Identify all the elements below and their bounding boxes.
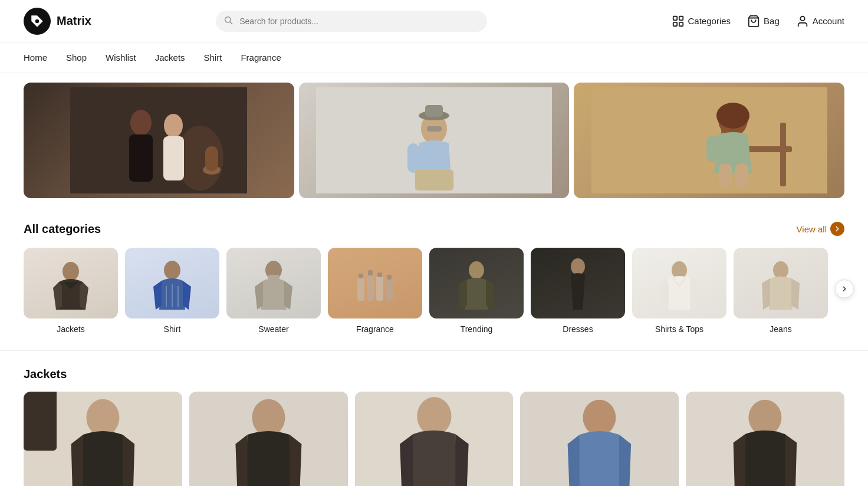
dresses-icon (548, 254, 607, 313)
jacket-card-2[interactable] (189, 392, 348, 486)
nav-fragrance[interactable]: Fragrance (241, 52, 281, 63)
svg-rect-14 (163, 136, 184, 180)
hero-banner-3[interactable] (574, 83, 844, 198)
chevron-right-icon (840, 285, 849, 293)
category-sweater[interactable]: Sweater (226, 248, 321, 334)
categories-title: All categories (24, 222, 101, 236)
hero-banners (0, 73, 868, 208)
svg-rect-29 (780, 123, 786, 147)
svg-point-36 (164, 261, 180, 280)
svg-line-2 (230, 22, 232, 24)
svg-point-58 (252, 399, 285, 436)
svg-point-62 (583, 400, 616, 435)
svg-rect-6 (679, 22, 682, 25)
svg-rect-32 (706, 136, 719, 162)
svg-point-55 (86, 399, 119, 436)
jacket-card-image-5 (686, 392, 844, 486)
jacket-card-4[interactable] (520, 392, 679, 486)
account-button[interactable]: Account (796, 15, 844, 28)
jeans-icon (751, 254, 810, 313)
jacket-card-1[interactable] (24, 392, 182, 486)
category-label-shirts-tops: Shirts & Tops (655, 324, 703, 334)
svg-rect-33 (719, 164, 732, 188)
header: Matrix Categories Bag (0, 0, 868, 42)
category-label-trending: Trending (461, 324, 493, 334)
sweater-figure-icon (244, 254, 303, 313)
hero-image-2 (316, 87, 552, 193)
svg-rect-41 (268, 275, 280, 283)
svg-rect-3 (673, 16, 676, 19)
svg-rect-12 (129, 134, 153, 182)
svg-point-64 (749, 400, 782, 435)
category-image-shirt (125, 248, 219, 318)
category-dresses[interactable]: Dresses (531, 248, 625, 334)
svg-point-31 (716, 103, 749, 129)
category-image-sweater (226, 248, 321, 318)
svg-rect-47 (368, 270, 373, 275)
main-nav: Home Shop Wishlist Jackets Shirt Fragran… (0, 42, 868, 73)
nav-shop[interactable]: Shop (66, 52, 87, 63)
jackets-section-title: Jackets (24, 367, 844, 381)
svg-rect-48 (377, 272, 382, 277)
nav-jackets[interactable]: Jackets (155, 52, 185, 63)
bag-button[interactable]: Bag (747, 15, 780, 28)
category-shirt[interactable]: Shirt (125, 248, 219, 334)
logo-svg (29, 14, 45, 29)
hero-image-1 (70, 87, 247, 193)
svg-rect-27 (780, 151, 786, 186)
svg-rect-42 (357, 277, 364, 301)
hero-image-3 (591, 87, 827, 193)
shirts-tops-icon (650, 254, 709, 313)
svg-point-11 (130, 110, 152, 136)
header-actions: Categories Bag Account (672, 15, 844, 28)
category-label-jackets: Jackets (57, 324, 84, 334)
search-bar (216, 11, 487, 32)
jackets-grid (24, 392, 844, 486)
categories-button[interactable]: Categories (672, 15, 731, 28)
svg-point-8 (800, 16, 804, 20)
view-all-button[interactable]: View all (797, 222, 844, 236)
jacket-card-image-2 (189, 392, 348, 486)
category-trending[interactable]: Trending (429, 248, 524, 334)
brand-name: Matrix (57, 14, 91, 28)
category-jeans[interactable]: Jeans (734, 248, 828, 334)
category-shirts-tops[interactable]: Shirts & Tops (632, 248, 726, 334)
carousel-next-button[interactable] (835, 280, 854, 298)
fragrance-icon (346, 254, 405, 313)
category-jackets[interactable]: Jackets (24, 248, 118, 334)
view-all-arrow (830, 222, 844, 236)
account-label: Account (813, 16, 844, 26)
categories-section: All categories View all (0, 208, 868, 334)
jacket-card-image-4 (520, 392, 679, 486)
nav-home[interactable]: Home (24, 52, 47, 63)
svg-point-50 (469, 261, 484, 279)
category-fragrance[interactable]: Fragrance (328, 248, 422, 334)
hero-banner-2[interactable] (299, 83, 570, 198)
nav-wishlist[interactable]: Wishlist (106, 52, 136, 63)
category-label-jeans: Jeans (770, 324, 791, 334)
jackets-section: Jackets (0, 351, 868, 486)
svg-rect-9 (70, 87, 247, 193)
svg-point-13 (164, 114, 183, 137)
jacket-card-image-1 (24, 392, 182, 486)
logo-icon (24, 8, 51, 35)
svg-rect-45 (386, 278, 393, 301)
hero-banner-1[interactable] (24, 83, 294, 198)
category-label-fragrance: Fragrance (356, 324, 394, 334)
svg-rect-23 (427, 126, 442, 132)
categories-header: All categories View all (24, 222, 844, 236)
search-icon (223, 15, 233, 27)
nav-shirt[interactable]: Shirt (204, 52, 222, 63)
jacket-card-3[interactable] (355, 392, 514, 486)
svg-rect-20 (425, 105, 443, 117)
user-icon (796, 15, 809, 28)
svg-rect-5 (673, 22, 676, 25)
logo-wrap[interactable]: Matrix (24, 8, 118, 35)
search-input[interactable] (216, 11, 487, 32)
jacket-card-5[interactable] (686, 392, 844, 486)
bag-label: Bag (764, 16, 780, 26)
svg-rect-22 (415, 170, 453, 191)
svg-point-0 (35, 19, 40, 23)
svg-point-35 (63, 262, 79, 281)
category-image-fragrance (328, 248, 422, 318)
